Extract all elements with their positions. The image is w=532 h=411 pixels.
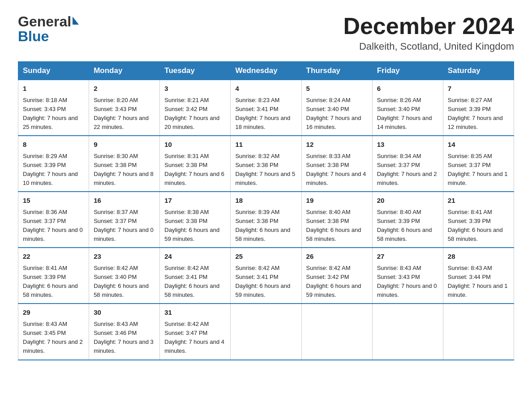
day-info: Sunrise: 8:40 AMSunset: 3:39 PMDaylight:… bbox=[377, 208, 438, 244]
day-number: 19 bbox=[306, 196, 368, 206]
calendar-cell: 30Sunrise: 8:43 AMSunset: 3:46 PMDayligh… bbox=[89, 304, 160, 360]
calendar-cell: 18Sunrise: 8:39 AMSunset: 3:38 PMDayligh… bbox=[231, 192, 301, 248]
calendar-cell: 3Sunrise: 8:21 AMSunset: 3:42 PMDaylight… bbox=[160, 80, 231, 136]
calendar-week-row: 15Sunrise: 8:36 AMSunset: 3:37 PMDayligh… bbox=[18, 192, 514, 248]
title-area: December 2024 Dalkeith, Scotland, United… bbox=[343, 13, 514, 52]
calendar-week-row: 29Sunrise: 8:43 AMSunset: 3:45 PMDayligh… bbox=[18, 304, 514, 360]
day-number: 7 bbox=[448, 84, 509, 94]
day-number: 26 bbox=[306, 252, 368, 262]
day-info: Sunrise: 8:42 AMSunset: 3:41 PMDaylight:… bbox=[235, 264, 296, 300]
calendar-cell: 7Sunrise: 8:27 AMSunset: 3:39 PMDaylight… bbox=[443, 80, 514, 136]
calendar-body: 1Sunrise: 8:18 AMSunset: 3:43 PMDaylight… bbox=[18, 80, 514, 360]
day-number: 29 bbox=[23, 308, 84, 318]
calendar-cell: 14Sunrise: 8:35 AMSunset: 3:37 PMDayligh… bbox=[443, 136, 514, 192]
calendar-cell: 6Sunrise: 8:26 AMSunset: 3:40 PMDaylight… bbox=[372, 80, 443, 136]
calendar-cell bbox=[372, 304, 443, 360]
day-info: Sunrise: 8:34 AMSunset: 3:37 PMDaylight:… bbox=[377, 152, 438, 188]
day-number: 17 bbox=[164, 196, 226, 206]
day-info: Sunrise: 8:37 AMSunset: 3:37 PMDaylight:… bbox=[94, 208, 155, 244]
day-info: Sunrise: 8:38 AMSunset: 3:38 PMDaylight:… bbox=[164, 208, 226, 244]
day-number: 16 bbox=[94, 196, 155, 206]
calendar-table: SundayMondayTuesdayWednesdayThursdayFrid… bbox=[18, 61, 514, 360]
day-number: 3 bbox=[164, 84, 226, 94]
day-of-week-header: Thursday bbox=[301, 62, 372, 80]
day-info: Sunrise: 8:21 AMSunset: 3:42 PMDaylight:… bbox=[164, 96, 226, 132]
calendar-cell: 9Sunrise: 8:30 AMSunset: 3:38 PMDaylight… bbox=[89, 136, 160, 192]
day-number: 20 bbox=[377, 196, 438, 206]
calendar-cell: 8Sunrise: 8:29 AMSunset: 3:39 PMDaylight… bbox=[18, 136, 89, 192]
calendar-cell bbox=[231, 304, 301, 360]
day-info: Sunrise: 8:43 AMSunset: 3:44 PMDaylight:… bbox=[448, 264, 509, 300]
calendar-week-row: 22Sunrise: 8:41 AMSunset: 3:39 PMDayligh… bbox=[18, 248, 514, 304]
day-number: 8 bbox=[23, 140, 84, 150]
day-info: Sunrise: 8:36 AMSunset: 3:37 PMDaylight:… bbox=[23, 208, 84, 244]
day-info: Sunrise: 8:29 AMSunset: 3:39 PMDaylight:… bbox=[23, 152, 84, 188]
day-info: Sunrise: 8:42 AMSunset: 3:47 PMDaylight:… bbox=[164, 320, 226, 356]
day-number: 15 bbox=[23, 196, 84, 206]
day-number: 10 bbox=[164, 140, 226, 150]
logo-general-text: General bbox=[18, 13, 71, 30]
day-of-week-header: Wednesday bbox=[231, 62, 301, 80]
day-number: 21 bbox=[448, 196, 509, 206]
calendar-cell: 2Sunrise: 8:20 AMSunset: 3:43 PMDaylight… bbox=[89, 80, 160, 136]
calendar-cell: 25Sunrise: 8:42 AMSunset: 3:41 PMDayligh… bbox=[231, 248, 301, 304]
day-number: 25 bbox=[235, 252, 296, 262]
day-info: Sunrise: 8:33 AMSunset: 3:38 PMDaylight:… bbox=[306, 152, 368, 188]
day-info: Sunrise: 8:30 AMSunset: 3:38 PMDaylight:… bbox=[94, 152, 155, 188]
day-number: 6 bbox=[377, 84, 438, 94]
calendar-cell: 23Sunrise: 8:42 AMSunset: 3:40 PMDayligh… bbox=[89, 248, 160, 304]
day-info: Sunrise: 8:43 AMSunset: 3:45 PMDaylight:… bbox=[23, 320, 84, 356]
month-title: December 2024 bbox=[343, 13, 514, 39]
calendar-cell: 5Sunrise: 8:24 AMSunset: 3:40 PMDaylight… bbox=[301, 80, 372, 136]
calendar-cell: 13Sunrise: 8:34 AMSunset: 3:37 PMDayligh… bbox=[372, 136, 443, 192]
calendar-cell: 31Sunrise: 8:42 AMSunset: 3:47 PMDayligh… bbox=[160, 304, 231, 360]
calendar-cell: 1Sunrise: 8:18 AMSunset: 3:43 PMDaylight… bbox=[18, 80, 89, 136]
day-number: 14 bbox=[448, 140, 509, 150]
day-info: Sunrise: 8:18 AMSunset: 3:43 PMDaylight:… bbox=[23, 96, 84, 132]
calendar-cell: 11Sunrise: 8:32 AMSunset: 3:38 PMDayligh… bbox=[231, 136, 301, 192]
calendar-cell: 28Sunrise: 8:43 AMSunset: 3:44 PMDayligh… bbox=[443, 248, 514, 304]
day-number: 5 bbox=[306, 84, 368, 94]
calendar-cell: 16Sunrise: 8:37 AMSunset: 3:37 PMDayligh… bbox=[89, 192, 160, 248]
logo-blue-text: Blue bbox=[18, 28, 49, 45]
page-header: General Blue December 2024 Dalkeith, Sco… bbox=[18, 13, 514, 52]
day-info: Sunrise: 8:20 AMSunset: 3:43 PMDaylight:… bbox=[94, 96, 155, 132]
day-info: Sunrise: 8:24 AMSunset: 3:40 PMDaylight:… bbox=[306, 96, 368, 132]
calendar-header: SundayMondayTuesdayWednesdayThursdayFrid… bbox=[18, 62, 514, 80]
day-number: 2 bbox=[94, 84, 155, 94]
calendar-cell: 22Sunrise: 8:41 AMSunset: 3:39 PMDayligh… bbox=[18, 248, 89, 304]
day-number: 27 bbox=[377, 252, 438, 262]
day-of-week-header: Monday bbox=[89, 62, 160, 80]
day-number: 30 bbox=[94, 308, 155, 318]
day-number: 13 bbox=[377, 140, 438, 150]
calendar-cell: 10Sunrise: 8:31 AMSunset: 3:38 PMDayligh… bbox=[160, 136, 231, 192]
day-number: 23 bbox=[94, 252, 155, 262]
day-number: 9 bbox=[94, 140, 155, 150]
day-info: Sunrise: 8:26 AMSunset: 3:40 PMDaylight:… bbox=[377, 96, 438, 132]
calendar-cell bbox=[301, 304, 372, 360]
day-info: Sunrise: 8:43 AMSunset: 3:43 PMDaylight:… bbox=[377, 264, 438, 300]
day-number: 18 bbox=[235, 196, 296, 206]
day-number: 1 bbox=[23, 84, 84, 94]
calendar-cell bbox=[443, 304, 514, 360]
logo-arrow-icon bbox=[73, 17, 79, 25]
calendar-cell: 12Sunrise: 8:33 AMSunset: 3:38 PMDayligh… bbox=[301, 136, 372, 192]
day-info: Sunrise: 8:41 AMSunset: 3:39 PMDaylight:… bbox=[448, 208, 509, 244]
day-info: Sunrise: 8:40 AMSunset: 3:38 PMDaylight:… bbox=[306, 208, 368, 244]
day-number: 12 bbox=[306, 140, 368, 150]
calendar-cell: 19Sunrise: 8:40 AMSunset: 3:38 PMDayligh… bbox=[301, 192, 372, 248]
day-number: 28 bbox=[448, 252, 509, 262]
header-row: SundayMondayTuesdayWednesdayThursdayFrid… bbox=[18, 62, 514, 80]
day-number: 11 bbox=[235, 140, 296, 150]
location-text: Dalkeith, Scotland, United Kingdom bbox=[343, 41, 514, 52]
day-info: Sunrise: 8:32 AMSunset: 3:38 PMDaylight:… bbox=[235, 152, 296, 188]
day-info: Sunrise: 8:31 AMSunset: 3:38 PMDaylight:… bbox=[164, 152, 226, 188]
calendar-cell: 27Sunrise: 8:43 AMSunset: 3:43 PMDayligh… bbox=[372, 248, 443, 304]
calendar-cell: 26Sunrise: 8:42 AMSunset: 3:42 PMDayligh… bbox=[301, 248, 372, 304]
day-info: Sunrise: 8:43 AMSunset: 3:46 PMDaylight:… bbox=[94, 320, 155, 356]
calendar-week-row: 1Sunrise: 8:18 AMSunset: 3:43 PMDaylight… bbox=[18, 80, 514, 136]
day-info: Sunrise: 8:41 AMSunset: 3:39 PMDaylight:… bbox=[23, 264, 84, 300]
day-of-week-header: Sunday bbox=[18, 62, 89, 80]
calendar-cell: 24Sunrise: 8:42 AMSunset: 3:41 PMDayligh… bbox=[160, 248, 231, 304]
calendar-cell: 29Sunrise: 8:43 AMSunset: 3:45 PMDayligh… bbox=[18, 304, 89, 360]
